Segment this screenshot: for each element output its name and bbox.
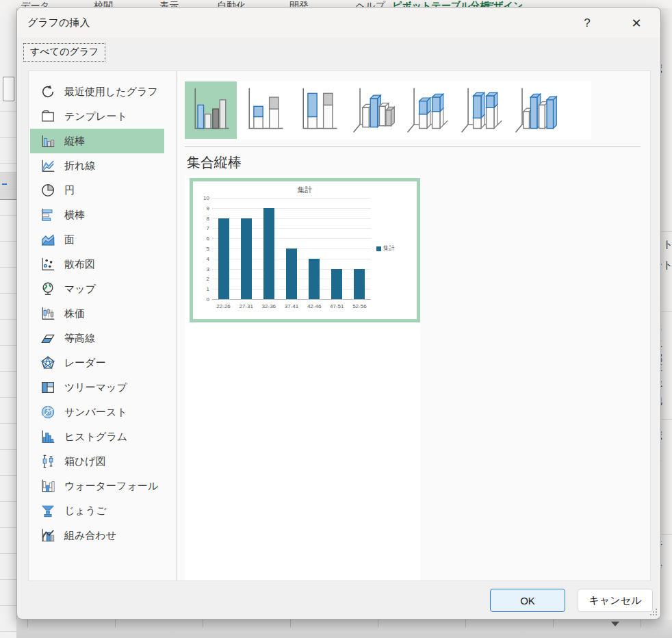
histogram-icon (40, 429, 56, 445)
stock-icon (40, 305, 56, 322)
x-axis-label: 37-41 (280, 303, 302, 309)
divider (177, 71, 177, 581)
sidebar-item-label: テンプレート (64, 110, 127, 123)
sidebar-item-combo[interactable]: 組み合わせ (30, 523, 164, 548)
subtype-thumb-3d-column[interactable] (509, 81, 561, 139)
surface-icon (40, 330, 56, 346)
chart-bar (263, 208, 274, 299)
sidebar-item-label: 等高線 (64, 332, 95, 345)
sidebar-item-pie[interactable]: 円 (30, 178, 164, 203)
sidebar-item-map[interactable]: マップ (30, 277, 164, 301)
sidebar-item-stock[interactable]: 株価 (30, 301, 164, 326)
x-axis-label: 27-31 (235, 303, 257, 309)
sidebar-item-radar[interactable]: レーダー (30, 350, 164, 375)
dialog-titlebar: グラフの挿入 ? ✕ (17, 8, 660, 38)
y-axis-label: 2 (196, 276, 209, 282)
treemap-icon (40, 379, 56, 396)
x-axis-label: 32-36 (257, 303, 280, 309)
sidebar-item-waterfall[interactable]: ウォーターフォール (30, 474, 164, 498)
tab-all-charts[interactable]: すべてのグラフ (23, 43, 105, 62)
grid-line (0, 631, 16, 632)
template-icon (40, 108, 56, 125)
sidebar-item-histogram[interactable]: ヒストグラム (30, 424, 164, 449)
sidebar-item-sunburst[interactable]: サンバースト (30, 400, 164, 424)
sidebar-item-line[interactable]: 折れ線 (30, 153, 164, 178)
sidebar-item-label: 組み合わせ (64, 529, 116, 542)
sidebar-item-boxwhisker[interactable]: 箱ひげ図 (30, 449, 164, 474)
resize-grip[interactable] (650, 609, 658, 617)
x-axis-label: 52-56 (348, 303, 371, 309)
legend-label: 集計 (383, 244, 395, 253)
clipboard-icon (3, 77, 14, 101)
grid-line (0, 475, 16, 476)
column-border (27, 620, 28, 628)
help-button[interactable]: ? (573, 13, 602, 34)
line-icon (40, 157, 56, 174)
area-icon (40, 231, 56, 248)
sidebar-item-label: 縦棒 (64, 135, 85, 148)
ok-button[interactable]: OK (490, 589, 565, 612)
cell-mark (2, 183, 7, 185)
y-axis-label: 8 (196, 216, 209, 222)
gridline (212, 208, 371, 209)
gridline (212, 218, 371, 219)
grip-dot (656, 614, 657, 615)
column-border (465, 620, 466, 628)
sidebar-item-scatter[interactable]: 散布図 (30, 252, 164, 277)
sidebar-item-label: マップ (64, 283, 96, 296)
grid-line (0, 345, 16, 346)
excel-left-grid-strip (0, 8, 17, 638)
cancel-button[interactable]: キャンセル (578, 589, 653, 612)
sidebar-item-label: 株価 (64, 307, 85, 320)
grid-line (0, 527, 16, 528)
grid-line (0, 605, 16, 606)
close-button[interactable]: ✕ (622, 13, 651, 34)
subtype-thumb-clustered-column[interactable] (185, 81, 237, 139)
insert-chart-dialog: グラフの挿入 ? ✕ すべてのグラフ 最近使用したグラフテンプレート縦棒折れ線円… (16, 7, 661, 620)
sidebar-item-treemap[interactable]: ツリーマップ (30, 375, 164, 400)
grid-line (0, 267, 16, 268)
grid-line (0, 449, 16, 450)
grid-line (0, 319, 16, 320)
y-axis-label: 6 (196, 235, 209, 242)
sidebar-item-funnel[interactable]: じょうご (30, 498, 164, 523)
boxwhisker-icon (40, 453, 56, 470)
dialog-content: 最近使用したグラフテンプレート縦棒折れ線円横棒面散布図マップ株価等高線レーダーツ… (28, 71, 651, 581)
subtype-thumb-3d-100-stacked-column[interactable] (455, 81, 507, 139)
column-border (553, 620, 554, 628)
subtype-thumb-3d-clustered-column[interactable] (347, 81, 399, 139)
sidebar-item-label: 箱ひげ図 (64, 455, 106, 468)
grip-dot (653, 614, 654, 615)
grip-dot (656, 611, 657, 613)
column-border (290, 620, 291, 628)
grid-line (0, 397, 16, 398)
preview-chart: 集計01234567891022-2627-3132-3637-4142-464… (193, 181, 417, 319)
grip-dot (656, 609, 657, 610)
chart-bar (309, 259, 320, 299)
grid-line (0, 215, 16, 216)
subtype-thumb-stacked-column[interactable] (239, 81, 291, 139)
grip-dot (653, 611, 654, 613)
sidebar-item-recent[interactable]: 最近使用したグラフ (30, 79, 164, 104)
chart-bar (331, 269, 342, 299)
y-axis-label: 5 (196, 246, 209, 252)
sidebar-item-area[interactable]: 面 (30, 227, 164, 252)
sidebar-item-bar[interactable]: 横棒 (30, 203, 164, 227)
waterfall-icon (40, 478, 56, 494)
sidebar-item-template[interactable]: テンプレート (30, 104, 164, 129)
column-icon (40, 133, 56, 149)
subtype-thumb-100-stacked-column[interactable] (293, 81, 345, 139)
funnel-icon (40, 502, 56, 519)
subtype-thumb-3d-stacked-column[interactable] (401, 81, 453, 139)
column-border (641, 620, 641, 628)
chart-preview[interactable]: 集計01234567891022-2627-3132-3637-4142-464… (190, 178, 420, 322)
gridline (212, 238, 371, 239)
grid-line (0, 163, 16, 164)
grid-line (0, 579, 16, 580)
y-axis-label: 9 (196, 205, 209, 212)
sidebar-item-column[interactable]: 縦棒 (30, 129, 164, 153)
chart-title: 集計 (193, 185, 417, 195)
sidebar-item-label: ヒストグラム (64, 431, 127, 444)
y-axis-label: 4 (196, 256, 209, 262)
sidebar-item-surface[interactable]: 等高線 (30, 326, 164, 350)
